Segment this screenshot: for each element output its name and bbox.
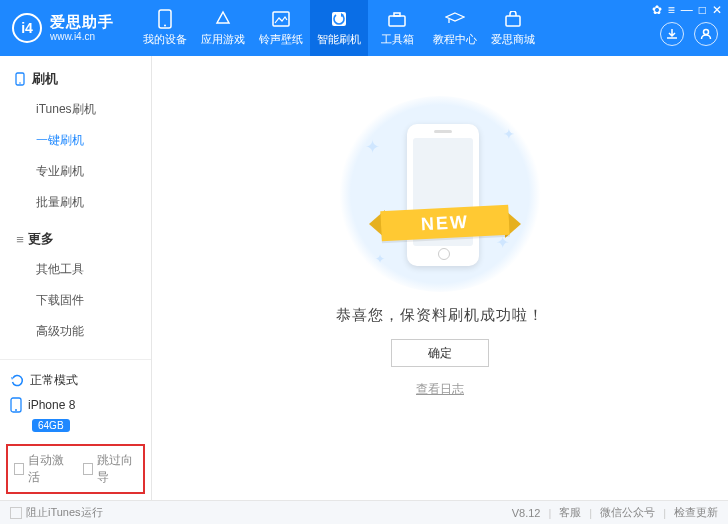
svg-rect-5 bbox=[394, 13, 400, 16]
nav-mall[interactable]: 爱思商城 bbox=[484, 0, 542, 56]
wechat-link[interactable]: 微信公众号 bbox=[600, 505, 655, 520]
device-storage-badge: 64GB bbox=[32, 419, 70, 432]
phone-illustration bbox=[407, 124, 479, 266]
ok-button[interactable]: 确定 bbox=[391, 339, 489, 367]
svg-point-1 bbox=[164, 25, 166, 27]
flash-icon bbox=[330, 9, 348, 29]
sidebar-item-other-tools[interactable]: 其他工具 bbox=[0, 254, 151, 285]
close-icon[interactable]: ✕ bbox=[712, 3, 722, 17]
sparkle-icon: ✦ bbox=[503, 126, 515, 142]
support-link[interactable]: 客服 bbox=[559, 505, 581, 520]
sidebar-item-pro-flash[interactable]: 专业刷机 bbox=[0, 156, 151, 187]
post-flash-options: 自动激活 跳过向导 bbox=[6, 444, 145, 494]
svg-rect-6 bbox=[506, 16, 520, 26]
version-label: V8.12 bbox=[512, 507, 541, 519]
sparkle-icon: ✦ bbox=[375, 252, 385, 266]
phone-icon bbox=[10, 397, 22, 413]
user-button[interactable] bbox=[694, 22, 718, 46]
sidebar-section-title: 更多 bbox=[28, 230, 54, 248]
main-panel: ✦ ✦ ✦ ✦ NEW 恭喜您，保资料刷机成功啦！ 确定 查看日志 bbox=[152, 56, 728, 500]
logo-icon: i4 bbox=[12, 13, 42, 43]
svg-point-7 bbox=[704, 30, 709, 35]
svg-rect-4 bbox=[389, 16, 405, 26]
sidebar-item-oneclick-flash[interactable]: 一键刷机 bbox=[0, 125, 151, 156]
apps-icon bbox=[214, 9, 232, 29]
top-nav: 我的设备 应用游戏 铃声壁纸 智能刷机 工具箱 教程中心 爱思商城 bbox=[136, 0, 542, 56]
refresh-icon bbox=[10, 374, 24, 388]
nav-apps[interactable]: 应用游戏 bbox=[194, 0, 252, 56]
new-ribbon: NEW bbox=[367, 204, 523, 242]
view-log-link[interactable]: 查看日志 bbox=[416, 381, 464, 398]
menu-icon[interactable]: ≡ bbox=[668, 3, 675, 17]
wallpaper-icon bbox=[272, 9, 290, 29]
settings-icon[interactable]: ✿ bbox=[652, 3, 662, 17]
minimize-icon[interactable]: — bbox=[681, 3, 693, 17]
toolbox-icon bbox=[388, 9, 406, 29]
device-mode-label: 正常模式 bbox=[30, 372, 78, 389]
sidebar-section-title: 刷机 bbox=[32, 70, 58, 88]
auto-activate-checkbox[interactable]: 自动激活 bbox=[14, 452, 69, 486]
sidebar-section-more[interactable]: ≡ 更多 bbox=[0, 224, 151, 254]
svg-point-11 bbox=[15, 409, 17, 411]
sidebar: 刷机 iTunes刷机 一键刷机 专业刷机 批量刷机 ≡ 更多 其他工具 下载固… bbox=[0, 56, 152, 500]
window-controls: ✿ ≡ — □ ✕ bbox=[652, 3, 722, 17]
tutorial-icon bbox=[445, 9, 465, 29]
block-itunes-checkbox[interactable]: 阻止iTunes运行 bbox=[10, 505, 103, 520]
sidebar-item-batch-flash[interactable]: 批量刷机 bbox=[0, 187, 151, 218]
sparkle-icon: ✦ bbox=[365, 136, 380, 158]
device-info[interactable]: iPhone 8 bbox=[10, 393, 141, 417]
nav-toolbox[interactable]: 工具箱 bbox=[368, 0, 426, 56]
app-header: i4 爱思助手 www.i4.cn 我的设备 应用游戏 铃声壁纸 智能刷机 工具… bbox=[0, 0, 728, 56]
phone-icon bbox=[158, 9, 172, 29]
list-icon: ≡ bbox=[12, 232, 28, 247]
check-update-link[interactable]: 检查更新 bbox=[674, 505, 718, 520]
success-message: 恭喜您，保资料刷机成功啦！ bbox=[336, 306, 544, 325]
app-name: 爱思助手 bbox=[50, 14, 114, 31]
device-name: iPhone 8 bbox=[28, 398, 75, 412]
nav-flash[interactable]: 智能刷机 bbox=[310, 0, 368, 56]
status-bar: 阻止iTunes运行 V8.12 | 客服 | 微信公众号 | 检查更新 bbox=[0, 500, 728, 524]
download-button[interactable] bbox=[660, 22, 684, 46]
svg-point-9 bbox=[19, 82, 21, 84]
skip-guide-checkbox[interactable]: 跳过向导 bbox=[83, 452, 138, 486]
mall-icon bbox=[504, 9, 522, 29]
maximize-icon[interactable]: □ bbox=[699, 3, 706, 17]
app-logo: i4 爱思助手 www.i4.cn bbox=[0, 13, 126, 43]
sidebar-item-download-firmware[interactable]: 下载固件 bbox=[0, 285, 151, 316]
sidebar-section-flash[interactable]: 刷机 bbox=[0, 64, 151, 94]
nav-my-device[interactable]: 我的设备 bbox=[136, 0, 194, 56]
device-mode[interactable]: 正常模式 bbox=[10, 368, 141, 393]
sidebar-item-advanced[interactable]: 高级功能 bbox=[0, 316, 151, 347]
sidebar-item-itunes-flash[interactable]: iTunes刷机 bbox=[0, 94, 151, 125]
phone-icon bbox=[12, 72, 28, 86]
nav-tutorial[interactable]: 教程中心 bbox=[426, 0, 484, 56]
app-url: www.i4.cn bbox=[50, 31, 114, 42]
nav-ringtone[interactable]: 铃声壁纸 bbox=[252, 0, 310, 56]
success-illustration: ✦ ✦ ✦ ✦ NEW bbox=[335, 96, 545, 292]
